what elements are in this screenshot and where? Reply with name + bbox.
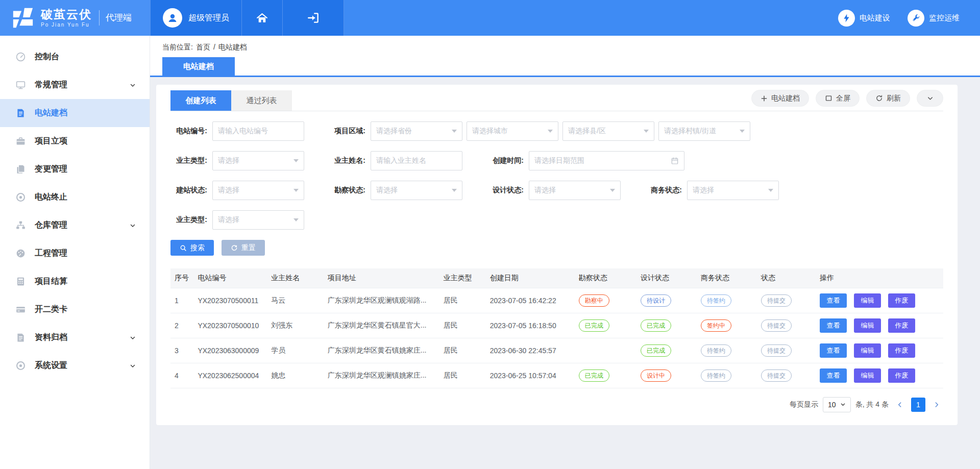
logout-button[interactable]: [283, 0, 344, 36]
sidebar-item-label: 变更管理: [35, 164, 136, 175]
add-station-button[interactable]: 电站建档: [751, 90, 809, 107]
sidebar-item-general-mgmt[interactable]: 常规管理: [0, 71, 150, 99]
prev-page-button[interactable]: [893, 398, 906, 412]
pagination: 每页显示 10 条, 共 4 条 1: [170, 397, 943, 412]
next-page-button[interactable]: [930, 398, 943, 412]
content-panel: 创建列表 通过列表 电站建档 全屏 刷新: [156, 85, 958, 425]
owner-type2-select[interactable]: 请选择: [212, 210, 304, 230]
owner-type-placeholder: 请选择: [218, 156, 239, 165]
refresh-button[interactable]: 刷新: [866, 90, 910, 107]
home-button[interactable]: [242, 0, 283, 36]
cell-owner: 刘强东: [267, 313, 324, 338]
refresh-icon: [875, 94, 883, 102]
col-owner: 业主姓名: [267, 268, 324, 288]
owner-name-input[interactable]: 请输入业主姓名: [371, 151, 462, 170]
view-button[interactable]: 查看: [820, 368, 847, 383]
filter-row-2: 业主类型: 请选择 业主姓名: 请输入业主姓名 创建时间: 请选择日期范围: [170, 151, 943, 170]
filter-form: 电站编号: 请输入电站编号 项目区域: 请选择省份 请选择城市: [170, 111, 943, 256]
sidebar-item-label: 电站建档: [35, 108, 136, 118]
design-status-badge: 已完成: [641, 319, 671, 332]
sidebar-item-engineering-mgmt[interactable]: 工程管理: [0, 239, 150, 267]
logo-icon: [11, 6, 35, 30]
breadcrumb-home[interactable]: 首页: [196, 43, 210, 52]
fullscreen-button[interactable]: 全屏: [816, 90, 860, 107]
briefcase-icon: [15, 136, 27, 147]
cell-owner: 姚忠: [267, 363, 324, 388]
nav-station-construction[interactable]: 电站建设: [838, 10, 890, 27]
archive-doc-icon: [15, 332, 27, 343]
tab-create-list[interactable]: 创建列表: [170, 90, 231, 111]
sidebar-item-change-mgmt[interactable]: 变更管理: [0, 155, 150, 183]
void-button[interactable]: 作废: [888, 368, 915, 383]
chevron-down-icon: [840, 402, 846, 407]
business-status-select[interactable]: 请选择: [687, 181, 779, 200]
reset-button[interactable]: 重置: [222, 240, 265, 256]
design-status-select[interactable]: 请选择: [529, 181, 621, 200]
plus-icon: [761, 95, 768, 102]
cell-date: 2023-07-05 16:42:22: [486, 288, 575, 313]
per-page-select[interactable]: 10: [823, 397, 851, 412]
station-no-input[interactable]: 请输入电站编号: [212, 121, 304, 141]
sidebar-item-data-archive[interactable]: 资料归档: [0, 324, 150, 352]
sidebar-item-class2-card[interactable]: 开二类卡: [0, 295, 150, 324]
sidebar-item-console[interactable]: 控制台: [0, 43, 150, 71]
edit-button[interactable]: 编辑: [854, 318, 881, 333]
sidebar-item-label: 资料归档: [35, 332, 129, 343]
county-select[interactable]: 请选择县/区: [562, 121, 654, 141]
sidebar-item-station-termination[interactable]: 电站终止: [0, 183, 150, 211]
sidebar-item-system-settings[interactable]: 系统设置: [0, 352, 150, 380]
page-number-button[interactable]: 1: [911, 398, 925, 412]
county-placeholder: 请选择县/区: [568, 127, 606, 136]
caret-down-icon: [452, 189, 457, 192]
build-status-label: 建站状态:: [170, 186, 207, 195]
survey-status-placeholder: 请选择: [376, 186, 398, 195]
sidebar: 控制台 常规管理 电站建档 项目立项: [0, 36, 150, 469]
city-select[interactable]: 请选择城市: [467, 121, 558, 141]
province-select[interactable]: 请选择省份: [371, 121, 462, 141]
cell-owner: 马云: [267, 288, 324, 313]
sidebar-item-project-initiation[interactable]: 项目立项: [0, 127, 150, 155]
edit-button[interactable]: 编辑: [854, 293, 881, 308]
search-button[interactable]: 搜索: [170, 240, 214, 256]
view-button[interactable]: 查看: [820, 343, 847, 358]
owner-name-label: 业主姓名:: [329, 156, 365, 165]
village-select[interactable]: 请选择村镇/街道: [658, 121, 750, 141]
logo-subtitle: Po Jian Yun Fu: [41, 22, 92, 28]
sidebar-item-station-filing[interactable]: 电站建档: [0, 99, 150, 127]
table-row: 1 YX2023070500011 马云 广东深圳龙华区观澜镇观湖路... 居民…: [170, 288, 943, 313]
design-status-badge: 待设计: [641, 294, 671, 307]
cell-type: 居民: [439, 363, 486, 388]
view-button[interactable]: 查看: [820, 293, 847, 308]
void-button[interactable]: 作废: [888, 318, 915, 333]
build-status-select[interactable]: 请选择: [212, 181, 304, 200]
logo-title: 破茧云伏: [41, 8, 92, 20]
date-range-input[interactable]: 请选择日期范围: [529, 151, 684, 170]
void-button[interactable]: 作废: [888, 293, 915, 308]
edit-button[interactable]: 编辑: [854, 343, 881, 358]
refresh-label: 刷新: [887, 94, 901, 103]
page-tab-station-filing[interactable]: 电站建档: [162, 57, 235, 76]
cell-code: YX2023063000009: [193, 338, 267, 363]
breadcrumb-separator: /: [213, 43, 215, 52]
survey-status-select[interactable]: 请选择: [371, 181, 462, 200]
tab-passed-list[interactable]: 通过列表: [231, 90, 292, 111]
survey-status-badge: 已完成: [579, 369, 609, 382]
sidebar-item-label: 项目立项: [35, 136, 136, 146]
col-code: 电站编号: [193, 268, 267, 288]
sidebar-item-label: 常规管理: [35, 80, 129, 90]
sidebar-item-project-settlement[interactable]: 项目结算: [0, 267, 150, 295]
top-strip: 当前位置: 首页 / 电站建档 电站建档: [150, 36, 980, 77]
sidebar-item-warehouse-mgmt[interactable]: 仓库管理: [0, 211, 150, 239]
sidebar-item-label: 仓库管理: [35, 220, 129, 231]
edit-button[interactable]: 编辑: [854, 368, 881, 383]
owner-type-select[interactable]: 请选择: [212, 151, 304, 170]
void-button[interactable]: 作废: [888, 343, 915, 358]
survey-status-badge: 勘察中: [579, 294, 609, 307]
business-status-badge: 待签约: [701, 369, 731, 382]
view-button[interactable]: 查看: [820, 318, 847, 333]
nav-monitor-ops[interactable]: 监控运维: [908, 10, 960, 27]
caret-down-icon: [610, 189, 615, 192]
user-menu[interactable]: 超级管理员: [150, 0, 242, 36]
cell-address: 广东深圳龙华区观澜镇姚家庄...: [324, 363, 439, 388]
collapse-button[interactable]: [917, 90, 943, 107]
